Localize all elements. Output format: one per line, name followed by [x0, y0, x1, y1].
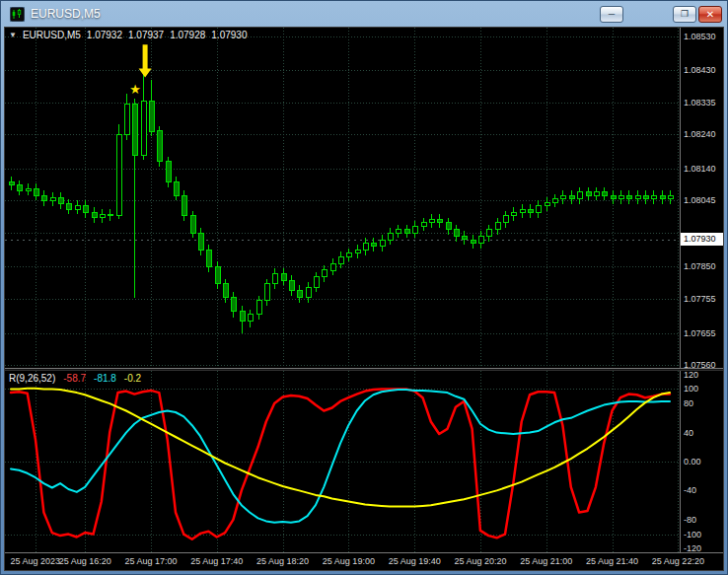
- arrow-down-annotation[interactable]: [139, 44, 152, 77]
- candle-body: [421, 223, 426, 226]
- candle-body: [454, 230, 459, 237]
- time-axis-label: 25 Aug 21:40: [586, 556, 638, 566]
- candle-body: [626, 195, 631, 198]
- time-axis-label: 25 Aug 19:40: [389, 556, 441, 566]
- indicator-axis-label: 120: [684, 371, 698, 381]
- candle-body: [174, 182, 179, 196]
- candle-body: [50, 197, 55, 200]
- candle-body: [478, 237, 483, 244]
- price-axis-label: 1.08530: [684, 32, 716, 42]
- time-axis-label: 25 Aug 21:00: [520, 556, 572, 566]
- candle-body: [520, 209, 525, 212]
- candle-body: [668, 195, 673, 198]
- close-icon: ✕: [706, 9, 714, 20]
- candle-body: [41, 195, 46, 200]
- candle-body: [404, 230, 409, 233]
- indicator-caption: R(9,26,52) -58.7 -81.8 -0.2: [9, 373, 141, 384]
- chart-window: EURUSD,M5 ─ ❐ ✕ ★ ▼ EURUSD,M5 1.07932 1.…: [0, 0, 728, 575]
- candle-body: [388, 233, 393, 240]
- indicator-axis-label: -40: [684, 485, 696, 496]
- candle-body: [619, 195, 623, 198]
- indicator-plot[interactable]: [5, 371, 680, 552]
- price-axis-label: 1.08430: [684, 65, 716, 76]
- candle-body: [560, 195, 565, 198]
- candle-body: [486, 230, 491, 237]
- candle-body: [594, 192, 599, 195]
- candle-body: [116, 134, 121, 216]
- candle-body: [66, 204, 71, 209]
- price-axis-label: 1.08335: [684, 98, 716, 108]
- expander-icon[interactable]: ▼: [9, 31, 17, 39]
- candle-body: [256, 301, 261, 315]
- indicator-axis[interactable]: 12010080400.00-40-80-100-120: [680, 371, 723, 552]
- indicator-axis-label: 100: [684, 384, 698, 395]
- candle-body: [380, 240, 385, 247]
- candle-body: [586, 192, 591, 195]
- main-chart-row: ★ ▼ EURUSD,M5 1.07932 1.07937 1.07928 1.…: [5, 28, 723, 368]
- titlebar[interactable]: EURUSD,M5 ─ ❐ ✕: [4, 1, 724, 27]
- r-fast-red-line[interactable]: [11, 389, 670, 539]
- main-chart-plot[interactable]: ★: [5, 28, 680, 368]
- candle-body: [396, 230, 400, 233]
- restore-icon: ❐: [681, 9, 689, 19]
- candle-body: [495, 223, 500, 230]
- candle-body: [223, 284, 228, 298]
- candle-body: [297, 291, 302, 298]
- candle-body: [346, 253, 351, 256]
- close-button[interactable]: ✕: [698, 6, 722, 23]
- star-annotation[interactable]: ★: [129, 82, 141, 97]
- indicator-value-1: -58.7: [63, 373, 86, 384]
- indicator-axis-label: 40: [684, 428, 693, 439]
- candle-body: [83, 206, 88, 213]
- price-axis-label: 1.07655: [684, 328, 716, 339]
- indicator-pane[interactable]: R(9,26,52) -58.7 -81.8 -0.2: [5, 371, 680, 552]
- candle-body: [511, 213, 516, 216]
- indicator-axis-label: 80: [684, 398, 693, 409]
- candle-body: [190, 216, 195, 233]
- price-axis-label: 1.07755: [684, 294, 716, 305]
- indicator-axis-label: -100: [684, 530, 701, 540]
- time-axis-label: 25 Aug 18:20: [256, 556, 309, 566]
- indicator-axis-label: -120: [684, 543, 701, 552]
- current-price-box: 1.07930: [681, 233, 723, 246]
- indicator-row: R(9,26,52) -58.7 -81.8 -0.2 12010080400.…: [5, 371, 723, 552]
- price-axis-label: 1.08140: [684, 164, 716, 175]
- candle-body: [462, 237, 467, 240]
- r-mid-aqua-line[interactable]: [11, 390, 670, 523]
- candle-body: [141, 101, 146, 155]
- indicator-lines: [11, 389, 670, 539]
- candle-body: [17, 185, 22, 190]
- candle-body: [429, 219, 434, 222]
- candle-body: [528, 209, 533, 212]
- candle-body: [330, 263, 335, 270]
- candle-body: [363, 243, 368, 250]
- candle-body: [355, 250, 360, 252]
- candle-body: [314, 277, 319, 287]
- minimize-button[interactable]: ─: [600, 6, 623, 23]
- candle-body: [34, 188, 38, 195]
- indicator-value-2: -81.8: [94, 373, 116, 384]
- candle-body: [577, 192, 582, 199]
- candle-body: [100, 214, 105, 217]
- candles: [9, 70, 673, 333]
- ohlc-open: 1.07932: [87, 30, 122, 40]
- restore-button[interactable]: ❐: [673, 6, 696, 23]
- candle-body: [215, 267, 220, 284]
- price-axis-label: 1.07560: [684, 360, 716, 368]
- candle-body: [569, 195, 574, 198]
- ohlc-close: 1.07930: [211, 30, 247, 40]
- candle-body: [124, 104, 129, 134]
- main-chart-pane[interactable]: ★ ▼ EURUSD,M5 1.07932 1.07937 1.07928 1.…: [5, 28, 680, 368]
- candle-body: [9, 182, 14, 185]
- time-axis-label: 25 Aug 2023: [11, 556, 61, 566]
- price-axis-label: 1.07850: [684, 261, 716, 272]
- time-axis[interactable]: 25 Aug 202325 Aug 16:2025 Aug 17:0025 Au…: [5, 552, 723, 570]
- candle-body: [157, 131, 162, 162]
- candle-body: [660, 195, 665, 198]
- candle-body: [602, 192, 607, 195]
- candle-body: [338, 256, 343, 263]
- price-axis[interactable]: 1.07930 1.085301.084301.083351.082401.08…: [680, 28, 723, 368]
- candle-body: [437, 219, 442, 222]
- candle-body: [412, 226, 417, 233]
- candle-body: [231, 298, 236, 312]
